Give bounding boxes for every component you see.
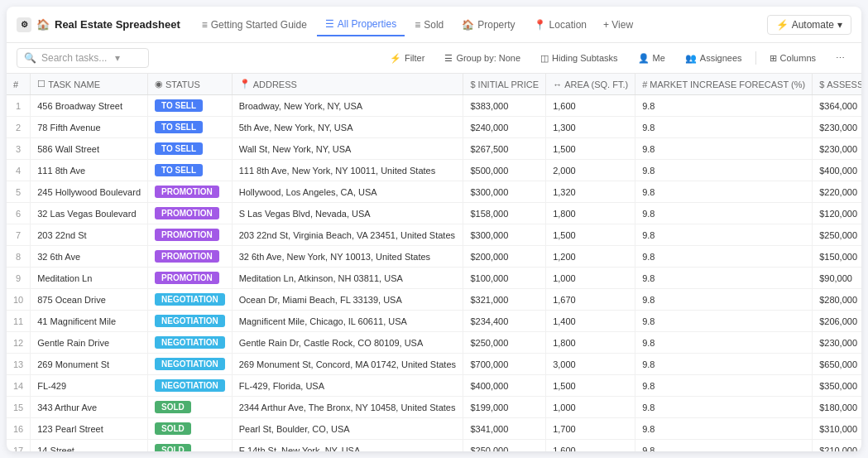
row-task[interactable]: Gentle Rain Drive (31, 332, 148, 354)
hiding-subtasks-button[interactable]: ◫ Hiding Subtasks (534, 51, 625, 66)
row-status[interactable]: NEGOTIATION (148, 289, 233, 311)
row-assessed: $350,000 (813, 375, 861, 397)
row-assessed: $400,000 (813, 160, 861, 181)
row-status[interactable]: PROMOTION (148, 181, 233, 203)
col-header-task[interactable]: ☐ TASK NAME (31, 74, 148, 95)
filter-button[interactable]: ⚡ Filter (383, 51, 431, 66)
table-row[interactable]: 8 32 6th Ave PROMOTION 32 6th Ave, New Y… (7, 246, 861, 268)
table-row[interactable]: 3 586 Wall Street TO SELL Wall St, New Y… (7, 138, 861, 160)
row-status[interactable]: NEGOTIATION (148, 354, 233, 375)
col-header-address[interactable]: 📍 ADDRESS (232, 74, 463, 95)
table-row[interactable]: 1 456 Broadway Street TO SELL Broadway, … (7, 95, 861, 117)
row-price: $321,000 (463, 289, 546, 311)
table-row[interactable]: 13 269 Monument St NEGOTIATION 269 Monum… (7, 354, 861, 375)
assignees-button[interactable]: 👥 Assignees (679, 51, 749, 66)
row-task[interactable]: 203 22nd St (31, 224, 148, 246)
row-status[interactable]: NEGOTIATION (148, 375, 233, 397)
row-forecast: 9.8 (635, 203, 813, 224)
row-address: Wall St, New York, NY, USA (232, 138, 463, 160)
table-row[interactable]: 12 Gentle Rain Drive NEGOTIATION Gentle … (7, 332, 861, 354)
row-status[interactable]: NEGOTIATION (148, 332, 233, 354)
row-task[interactable]: 343 Arthur Ave (31, 397, 148, 418)
checkbox-icon: ☐ (37, 79, 46, 89)
table-row[interactable]: 6 32 Las Vegas Boulevard PROMOTION S Las… (7, 203, 861, 224)
row-forecast: 9.8 (635, 397, 813, 418)
row-task[interactable]: 14 Street (31, 440, 148, 452)
row-task[interactable]: Meditation Ln (31, 268, 148, 289)
table-row[interactable]: 2 78 Fifth Avenue TO SELL 5th Ave, New Y… (7, 117, 861, 138)
col-header-status[interactable]: ◉ STATUS (148, 74, 233, 95)
row-task[interactable]: 123 Pearl Street (31, 418, 148, 440)
row-status[interactable]: NEGOTIATION (148, 311, 233, 332)
automate-button[interactable]: ⚡ Automate ▾ (767, 15, 851, 35)
tab-property[interactable]: 🏠 Property (453, 14, 523, 36)
col-header-area[interactable]: ↔ AREA (SQ. FT.) (546, 74, 635, 95)
col-header-price[interactable]: $ INITIAL PRICE (463, 74, 546, 95)
row-task[interactable]: 456 Broadway Street (31, 95, 148, 117)
tab-all-properties[interactable]: ☰ All Properties (317, 13, 405, 36)
table-row[interactable]: 5 245 Hollywood Boulevard PROMOTION Holl… (7, 181, 861, 203)
table-row[interactable]: 17 14 Street SOLD E 14th St, New York, N… (7, 440, 861, 452)
row-status[interactable]: TO SELL (148, 160, 233, 181)
tab-sold[interactable]: ≡ Sold (406, 14, 452, 36)
row-forecast: 9.8 (635, 289, 813, 311)
row-num: 1 (7, 95, 31, 117)
gear-icon[interactable]: ⚙ (17, 17, 31, 32)
row-task[interactable]: 269 Monument St (31, 354, 148, 375)
table-row[interactable]: 15 343 Arthur Ave SOLD 2344 Arthur Ave, … (7, 397, 861, 418)
more-options-button[interactable]: ⋯ (829, 51, 851, 66)
row-address: Gentle Rain Dr, Castle Rock, CO 80109, U… (232, 332, 463, 354)
row-task[interactable]: 111 8th Ave (31, 160, 148, 181)
table-row[interactable]: 11 41 Magnificent Mile NEGOTIATION Magni… (7, 311, 861, 332)
col-header-forecast[interactable]: # MARKET INCREASE FORECAST (%) (635, 74, 813, 95)
row-status[interactable]: PROMOTION (148, 268, 233, 289)
row-task[interactable]: FL-429 (31, 375, 148, 397)
row-status[interactable]: TO SELL (148, 95, 233, 117)
row-task[interactable]: 78 Fifth Avenue (31, 117, 148, 138)
row-task[interactable]: 32 Las Vegas Boulevard (31, 203, 148, 224)
table-row[interactable]: 9 Meditation Ln PROMOTION Meditation Ln,… (7, 268, 861, 289)
tab-location[interactable]: 📍 Location (525, 14, 595, 36)
row-status[interactable]: SOLD (148, 418, 233, 440)
tab-icon: 📍 (534, 19, 546, 31)
columns-button[interactable]: ⊞ Columns (763, 51, 822, 66)
row-task[interactable]: 245 Hollywood Boulevard (31, 181, 148, 203)
row-assessed: $180,000 (813, 397, 861, 418)
row-area: 1,800 (546, 332, 635, 354)
row-status[interactable]: TO SELL (148, 138, 233, 160)
row-task[interactable]: 586 Wall Street (31, 138, 148, 160)
add-view-button[interactable]: + View (597, 16, 640, 34)
table-row[interactable]: 7 203 22nd St PROMOTION 203 22nd St, Vir… (7, 224, 861, 246)
table-row[interactable]: 16 123 Pearl Street SOLD Pearl St, Bould… (7, 418, 861, 440)
row-status[interactable]: PROMOTION (148, 203, 233, 224)
row-address: 203 22nd St, Virginia Beach, VA 23451, U… (232, 224, 463, 246)
table-row[interactable]: 14 FL-429 NEGOTIATION FL-429, Florida, U… (7, 375, 861, 397)
row-task[interactable]: 875 Ocean Drive (31, 289, 148, 311)
row-area: 1,300 (546, 117, 635, 138)
row-task[interactable]: 32 6th Ave (31, 246, 148, 268)
row-status[interactable]: SOLD (148, 397, 233, 418)
row-address: Meditation Ln, Atkinson, NH 03811, USA (232, 268, 463, 289)
col-header-assessed[interactable]: $ ASSESSED VALUE (813, 74, 861, 95)
row-status[interactable]: TO SELL (148, 117, 233, 138)
tab-getting-started[interactable]: ≡ Getting Started Guide (194, 14, 315, 36)
row-task[interactable]: 41 Magnificent Mile (31, 311, 148, 332)
row-num: 14 (7, 375, 31, 397)
row-status[interactable]: PROMOTION (148, 246, 233, 268)
row-assessed: $364,000 (813, 95, 861, 117)
row-status[interactable]: SOLD (148, 440, 233, 452)
row-status[interactable]: PROMOTION (148, 224, 233, 246)
row-address: Ocean Dr, Miami Beach, FL 33139, USA (232, 289, 463, 311)
group-by-button[interactable]: ☰ Group by: None (438, 51, 527, 66)
search-box[interactable]: 🔍 Search tasks... ▾ (17, 48, 149, 68)
toolbar: 🔍 Search tasks... ▾ ⚡ Filter ☰ Group by:… (7, 43, 861, 74)
me-button[interactable]: 👤 Me (631, 51, 672, 66)
row-num: 3 (7, 138, 31, 160)
nav-tabs: ≡ Getting Started Guide ☰ All Properties… (194, 13, 760, 36)
table-row[interactable]: 4 111 8th Ave TO SELL 111 8th Ave, New Y… (7, 160, 861, 181)
row-price: $700,000 (463, 354, 546, 375)
row-num: 13 (7, 354, 31, 375)
row-num: 8 (7, 246, 31, 268)
table-row[interactable]: 10 875 Ocean Drive NEGOTIATION Ocean Dr,… (7, 289, 861, 311)
hiding-icon: ◫ (540, 53, 549, 64)
